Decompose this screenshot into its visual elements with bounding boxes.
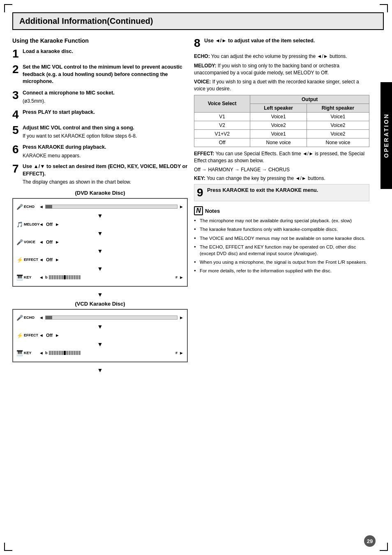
vcd-key-tick-13: [78, 351, 81, 355]
page-container: OPERATION Additional Information(Continu…: [0, 0, 392, 555]
step-9-text: Press KARAOKE to exit the KARAOKE menu.: [207, 187, 318, 193]
vt-row1-left: Voice1: [250, 112, 307, 121]
key-tick-13: [78, 275, 81, 279]
key-tick-9: [69, 275, 71, 279]
step-6-text: Press KARAOKE during playback.: [23, 144, 106, 150]
key-text: You can change the key by pressing the ◄…: [207, 175, 325, 181]
key-tick-1: [49, 275, 51, 279]
step-8-num: 8: [194, 37, 203, 49]
step-6-content: Press KARAOKE during playback. KARAOKE m…: [23, 144, 188, 159]
page-number: 29: [364, 535, 376, 547]
vcd-key-tick-7: [64, 351, 66, 355]
step-6: 6 Press KARAOKE during playback. KARAOKE…: [12, 144, 188, 159]
table-row: Off None voice None voice: [194, 138, 369, 147]
vcd-effect-icon: ⚡ EFFECT: [16, 332, 39, 339]
dvd-voice-left-arrow: ◄: [39, 240, 44, 244]
vcd-key-controls: ◄ b: [39, 350, 184, 355]
dvd-melody-row: 🎵 MELODY ◄ Off ►: [16, 219, 184, 230]
vt-row2-right: Voice2: [307, 121, 369, 129]
dvd-echo-bar: [45, 205, 178, 209]
dvd-disc-section: (DVD Karaoke Disc) 🎤 ECHO ◄: [12, 190, 188, 297]
step-9-content: Press KARAOKE to exit the KARAOKE menu.: [207, 187, 367, 194]
step-3-sub: (ø3.5mm).: [23, 98, 188, 105]
key-tick-4: [56, 275, 58, 279]
notes-n-letter: N: [196, 207, 201, 214]
vcd-key-tick-10: [71, 351, 73, 355]
key-tick-3: [54, 275, 56, 279]
key-desc: KEY: You can change the key by pressing …: [194, 175, 369, 182]
vcd-disc-diagram: 🎤 ECHO ◄ ► ▼: [12, 309, 188, 362]
mic-icon-vcd-echo: 🎤: [16, 315, 23, 321]
step-4-content: Press PLAY to start playback.: [23, 109, 188, 116]
effect-icon: ⚡: [16, 257, 23, 263]
dvd-melody-icon: 🎵 MELODY: [16, 221, 39, 228]
step-2-content: Set the MIC VOL control to the minimum l…: [23, 64, 188, 85]
vcd-key-tick-2: [51, 351, 53, 355]
step-2-text: Set the MIC VOL control to the minimum l…: [23, 64, 182, 84]
dvd-echo-row: 🎤 ECHO ◄ ►: [16, 201, 184, 212]
vcd-key-tick-4: [56, 351, 58, 355]
vt-row3-right: Voice2: [307, 129, 369, 138]
notes-list: The microphone may not be available duri…: [194, 217, 369, 274]
key-tick-6: [61, 275, 63, 279]
step-3-text: Connect a microphone to MIC socket.: [23, 90, 115, 96]
vcd-bottom-arrow: ▼: [12, 367, 188, 373]
key-tick-5: [59, 275, 61, 279]
effect-text: You can use Special Effects. Each time ◄…: [194, 151, 364, 164]
dvd-voice-value: Off: [45, 240, 53, 244]
step-5-content: Adjust MIC VOL control and then sing a s…: [23, 124, 188, 140]
page-title: Additional Information(Continued): [19, 16, 377, 26]
vt-row1-right: Voice1: [307, 112, 369, 121]
dvd-key-controls: ◄ b: [39, 275, 184, 280]
section-heading: Using the Karaoke Function: [12, 37, 188, 44]
key-label: KEY:: [194, 175, 205, 181]
dvd-effect-value: Off: [45, 257, 53, 262]
vcd-key-label: KEY: [24, 351, 32, 355]
corner-mark-tr: [380, 4, 388, 12]
notes-item-5: When you using a microphone, the signal …: [194, 259, 369, 265]
vcd-key-tick-12: [76, 351, 78, 355]
vcd-echo-controls: ◄ ►: [39, 315, 184, 320]
dvd-echo-label: ECHO: [24, 205, 35, 209]
dvd-arrow-1: ▼: [16, 213, 184, 219]
vcd-key-tick-3: [54, 351, 56, 355]
vcd-key-tick-1: [49, 351, 51, 355]
vcd-effect-left-arrow: ◄: [39, 333, 44, 338]
step-3: 3 Connect a microphone to MIC socket. (ø…: [12, 90, 188, 105]
step-9-num: 9: [197, 187, 206, 198]
dvd-key-left-arrow: ◄: [39, 275, 44, 280]
note-icon-melody: 🎵: [16, 221, 23, 228]
dvd-key-start-marker: b: [45, 275, 48, 279]
dvd-arrow-2: ▼: [16, 230, 184, 236]
vcd-key-tick-11: [74, 351, 76, 355]
step-5-sub: If you want to set KARAOKE option follow…: [23, 133, 188, 140]
step-1-text: Load a karaoke disc.: [23, 48, 73, 54]
key-tick-10: [71, 275, 73, 279]
vt-row2-left: Voice2: [250, 121, 307, 129]
step-4-text: Press PLAY to start playback.: [23, 109, 95, 115]
step-8-content: Use ◄/► to adjust value of the item sele…: [204, 37, 369, 45]
dvd-effect-row: ⚡ EFFECT ◄ Off ►: [16, 254, 184, 265]
vcd-echo-bar: [45, 315, 178, 320]
corner-mark-tl: [4, 4, 12, 12]
step-1-content: Load a karaoke disc.: [23, 48, 188, 55]
vcd-key-tick-8: [66, 351, 68, 355]
vcd-key-ticks: [49, 351, 174, 355]
vcd-key-right-arrow: ►: [179, 350, 184, 355]
dvd-disc-title: (DVD Karaoke Disc): [12, 190, 188, 196]
table-row: V1 Voice1 Voice1: [194, 112, 369, 121]
melody-label: MELODY:: [194, 63, 216, 69]
voice-table-col2: Output: [250, 95, 369, 104]
vt-row4-select: Off: [194, 138, 250, 147]
dvd-key-right-arrow: ►: [179, 275, 184, 280]
dvd-arrow-3: ▼: [16, 248, 184, 254]
corner-mark-br: [380, 543, 388, 551]
step-5-num: 5: [12, 124, 21, 136]
dvd-arrow-4: ▼: [16, 266, 184, 272]
step-2-num: 2: [12, 64, 21, 75]
effect-icon-vcd: ⚡: [16, 332, 23, 339]
corner-mark-bl: [4, 543, 12, 551]
notes-section: N Notes The microphone may not be availa…: [194, 206, 369, 274]
mic-icon-echo: 🎤: [16, 204, 23, 210]
voice-table-col1: Voice Select: [194, 95, 250, 112]
